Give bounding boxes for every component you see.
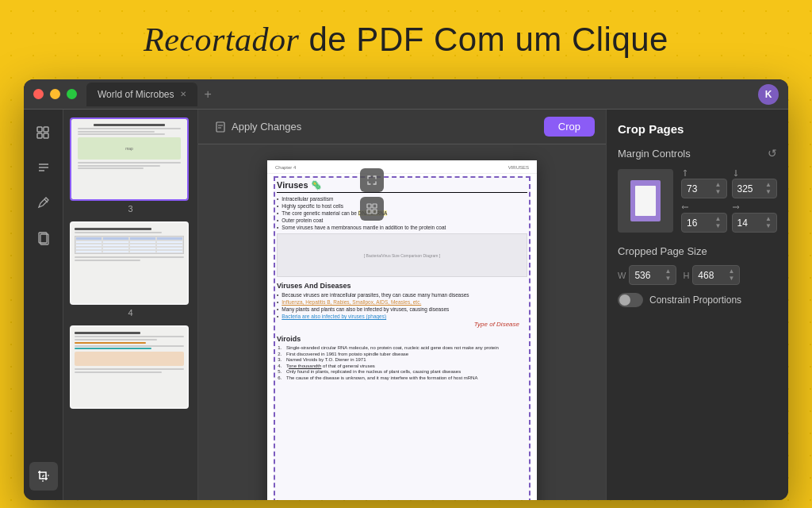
sidebar-item-thumbnails[interactable]: [29, 119, 58, 148]
editor-toolbar: Apply Changes Crop: [198, 110, 606, 144]
svg-rect-15: [367, 204, 371, 208]
editor-area: Apply Changes Crop Chapter 4 VIRUSES Vir…: [198, 110, 606, 500]
height-stepper[interactable]: ▲ ▼: [728, 268, 734, 282]
apply-changes-button[interactable]: Apply Changes: [209, 117, 308, 136]
thumb-img-3: map: [70, 117, 189, 201]
margin-bottom-label: [732, 169, 778, 177]
top-margin-icon: [681, 169, 689, 177]
margin-controls-grid: 73 ▲ ▼ 325: [618, 169, 777, 233]
app-title-section: Recortador de PDF Com um Clique: [0, 0, 812, 79]
type-of-disease-annotation: Type of Disease: [474, 321, 519, 328]
margin-bottom-stepper[interactable]: ▲ ▼: [765, 182, 772, 195]
height-increment[interactable]: ▲: [728, 268, 734, 275]
app-window: World of Microbes ✕ + K: [24, 79, 788, 500]
svg-rect-1: [44, 127, 48, 132]
margin-top-stepper[interactable]: ▲ ▼: [715, 182, 722, 195]
sidebar: [24, 110, 63, 500]
reset-margins-button[interactable]: ↺: [768, 147, 777, 160]
right-margin-icon: [732, 203, 740, 211]
margin-controls-header: Margin Controls ↺: [618, 147, 777, 160]
tab-title: World of Microbes: [98, 89, 174, 100]
minimize-window-button[interactable]: [50, 89, 60, 99]
thumbnail-page-3[interactable]: map 3: [70, 117, 191, 214]
window-content: map 3: [24, 110, 788, 500]
margin-right-input[interactable]: 14 ▲ ▼: [732, 213, 778, 233]
annotation-area: Type of Disease: [277, 321, 527, 330]
svg-rect-0: [37, 127, 42, 132]
width-stepper[interactable]: ▲ ▼: [665, 268, 671, 282]
sidebar-item-text[interactable]: [29, 154, 58, 183]
constrain-label: Constrain Proportions: [649, 294, 741, 306]
thumb-img-4: [70, 221, 189, 305]
margin-top-decrement[interactable]: ▼: [715, 189, 722, 195]
title-italic: Recortador: [144, 21, 299, 58]
tab-close-icon[interactable]: ✕: [180, 90, 186, 98]
grid-view-button[interactable]: [360, 197, 384, 221]
margin-left-decrement[interactable]: ▼: [715, 223, 722, 229]
title-suffix: de PDF Com um Clique: [299, 21, 668, 58]
avatar: K: [758, 84, 779, 105]
editor-canvas: Chapter 4 VIRUSES Viruses 🦠 •Intracellul…: [198, 144, 606, 500]
thumb-num-4: 4: [70, 308, 191, 318]
svg-rect-17: [367, 210, 371, 214]
thumbnail-page-4[interactable]: 4: [70, 221, 191, 318]
width-decrement[interactable]: ▼: [665, 275, 671, 282]
pdf-chapter: Chapter 4: [275, 165, 296, 170]
add-tab-button[interactable]: +: [204, 87, 211, 102]
pdf-header: Chapter 4 VIRUSES: [267, 160, 537, 174]
margin-bottom-decrement[interactable]: ▼: [765, 189, 772, 195]
right-panel: Crop Pages Margin Controls ↺: [606, 110, 788, 500]
margin-top-increment[interactable]: ▲: [715, 182, 722, 188]
svg-rect-12: [216, 122, 224, 132]
margin-page-preview: [635, 186, 656, 216]
titlebar-right: K: [758, 84, 779, 105]
crop-selection-box[interactable]: [274, 176, 530, 500]
margin-left-input[interactable]: 16 ▲ ▼: [681, 213, 727, 233]
constrain-toggle[interactable]: [618, 293, 643, 307]
fit-screen-button[interactable]: [360, 168, 384, 192]
margin-left-label: [681, 203, 727, 211]
maximize-window-button[interactable]: [67, 89, 77, 99]
margin-left-stepper[interactable]: ▲ ▼: [715, 216, 722, 229]
sidebar-item-crop[interactable]: [29, 462, 58, 491]
margin-bottom-group: 325 ▲ ▼: [732, 169, 778, 198]
margin-bottom-input[interactable]: 325 ▲ ▼: [732, 179, 778, 198]
thumb-img-5: [70, 325, 189, 409]
size-inputs: W 536 ▲ ▼ H 468: [618, 265, 777, 285]
cropped-page-size-section: Cropped Page Size W 536 ▲ ▼ H: [618, 245, 777, 307]
margin-right-increment[interactable]: ▲: [765, 216, 772, 222]
sidebar-item-annotations[interactable]: [29, 189, 58, 217]
margin-right-label: [732, 203, 778, 211]
height-input-group: H 468 ▲ ▼: [683, 265, 740, 285]
crop-pages-title: Crop Pages: [618, 122, 777, 136]
apply-changes-label: Apply Changes: [232, 121, 301, 133]
margin-right-group: 14 ▲ ▼: [732, 203, 778, 233]
crop-button[interactable]: Crop: [544, 117, 595, 137]
apply-icon: [216, 121, 227, 133]
height-input[interactable]: 468 ▲ ▼: [692, 265, 740, 285]
margin-left-group: 16 ▲ ▼: [681, 203, 727, 233]
traffic-lights: [33, 89, 77, 99]
width-increment[interactable]: ▲: [665, 268, 671, 275]
tab-world-of-microbes[interactable]: World of Microbes ✕: [86, 83, 197, 106]
pdf-chapter-label: VIRUSES: [508, 165, 529, 170]
thumbnails-panel: map 3: [63, 110, 198, 500]
width-input[interactable]: 536 ▲ ▼: [629, 265, 676, 285]
svg-rect-16: [373, 204, 377, 208]
height-decrement[interactable]: ▼: [728, 275, 734, 282]
sidebar-item-pages[interactable]: [29, 224, 58, 252]
margin-controls-label: Margin Controls: [618, 148, 691, 160]
margin-right-decrement[interactable]: ▼: [765, 223, 772, 229]
thumbnail-page-5[interactable]: [70, 325, 191, 409]
thumb-num-3: 3: [70, 204, 191, 214]
close-window-button[interactable]: [33, 89, 44, 99]
bottom-margin-icon: [732, 169, 740, 177]
width-input-group: W 536 ▲ ▼: [618, 265, 676, 285]
svg-rect-18: [373, 210, 377, 214]
margin-left-increment[interactable]: ▲: [715, 216, 722, 222]
margin-top-input[interactable]: 73 ▲ ▼: [681, 179, 727, 198]
margin-inner-box: [630, 180, 661, 221]
window-titlebar: World of Microbes ✕ + K: [24, 79, 788, 110]
margin-right-stepper[interactable]: ▲ ▼: [765, 216, 772, 229]
margin-bottom-increment[interactable]: ▲: [765, 182, 772, 188]
